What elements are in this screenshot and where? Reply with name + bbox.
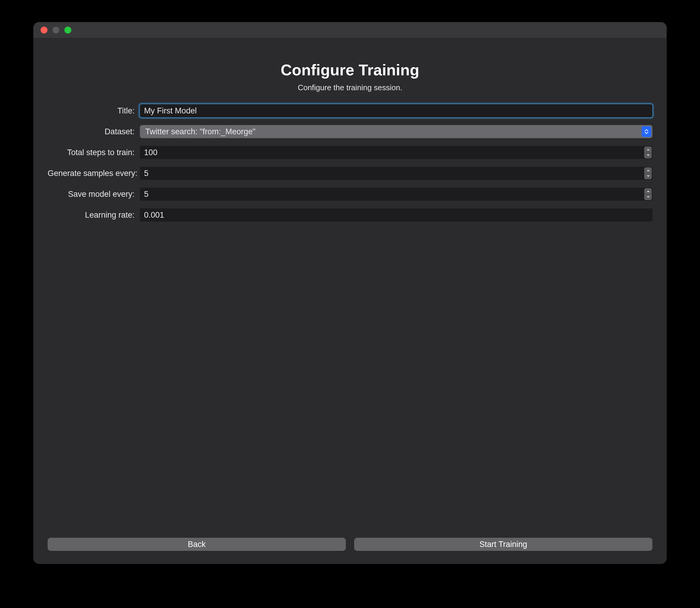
total-steps-stepper — [644, 147, 652, 158]
save-every-stepper — [644, 188, 652, 200]
label-total-steps: Total steps to train: — [47, 148, 140, 157]
save-every-step-down[interactable] — [644, 194, 652, 201]
window-minimize-button[interactable] — [52, 26, 60, 34]
dataset-select-value: Twitter search: "from:_Meorge" — [145, 127, 255, 136]
total-steps-step-up[interactable] — [644, 147, 652, 153]
label-dataset: Dataset: — [47, 127, 140, 136]
row-title: Title: — [47, 104, 653, 117]
label-generate-every: Generate samples every: — [47, 169, 140, 178]
save-every-input[interactable] — [140, 188, 644, 201]
title-input[interactable] — [140, 104, 653, 117]
total-steps-input[interactable] — [140, 146, 644, 159]
window-zoom-button[interactable] — [64, 26, 72, 34]
generate-every-stepper — [644, 167, 652, 179]
total-steps-step-down[interactable] — [644, 153, 652, 159]
generate-every-input[interactable] — [140, 167, 644, 180]
learning-rate-input[interactable] — [140, 208, 653, 222]
titlebar — [33, 22, 667, 38]
label-title: Title: — [47, 106, 140, 115]
back-button[interactable]: Back — [47, 538, 346, 551]
row-generate-every: Generate samples every: — [47, 167, 653, 180]
row-save-every: Save model every: — [47, 188, 653, 201]
page-subtitle: Configure the training session. — [47, 83, 653, 92]
start-training-button[interactable]: Start Training — [354, 538, 653, 551]
row-learning-rate: Learning rate: — [47, 208, 653, 222]
footer-buttons: Back Start Training — [47, 538, 653, 553]
app-window: Configure Training Configure the trainin… — [33, 22, 667, 564]
dataset-select[interactable]: Twitter search: "from:_Meorge" — [140, 125, 653, 138]
row-total-steps: Total steps to train: — [47, 146, 653, 159]
row-dataset: Dataset: Twitter search: "from:_Meorge" — [47, 125, 653, 138]
save-every-step-up[interactable] — [644, 188, 652, 194]
label-save-every: Save model every: — [47, 190, 140, 199]
label-learning-rate: Learning rate: — [47, 210, 140, 220]
window-close-button[interactable] — [40, 26, 47, 34]
page-title: Configure Training — [47, 61, 653, 79]
content-area: Configure Training Configure the trainin… — [33, 38, 667, 564]
generate-every-step-down[interactable] — [644, 174, 652, 179]
generate-every-step-up[interactable] — [644, 167, 652, 174]
training-form: Title: Dataset: Twitter search: "from:_M… — [47, 104, 653, 229]
page-header: Configure Training Configure the trainin… — [47, 53, 653, 92]
dataset-select-handle-icon[interactable] — [642, 126, 651, 137]
